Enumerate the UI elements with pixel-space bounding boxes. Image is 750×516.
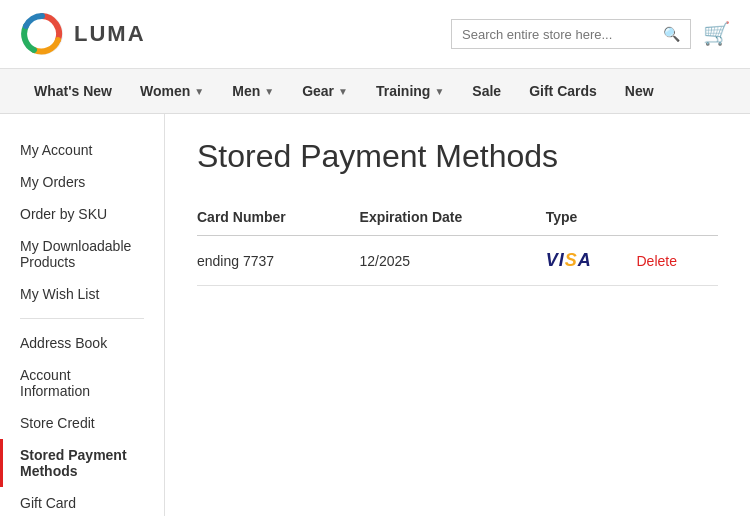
- nav-item-women[interactable]: Women ▼: [126, 69, 218, 113]
- page-title: Stored Payment Methods: [197, 138, 718, 175]
- sidebar-divider: [20, 318, 144, 319]
- table-header-row: Card Number Expiration Date Type: [197, 199, 718, 236]
- logo-area: LUMA: [20, 12, 146, 56]
- cart-icon[interactable]: 🛒: [703, 21, 730, 47]
- nav-item-gift-cards[interactable]: Gift Cards: [515, 69, 611, 113]
- col-header-card-number: Card Number: [197, 199, 360, 236]
- header: LUMA 🔍 🛒: [0, 0, 750, 69]
- nav-item-training[interactable]: Training ▼: [362, 69, 458, 113]
- sidebar-item-address-book[interactable]: Address Book: [0, 327, 164, 359]
- search-input[interactable]: [462, 27, 663, 42]
- sidebar-item-store-credit[interactable]: Store Credit: [0, 407, 164, 439]
- payment-table: Card Number Expiration Date Type ending …: [197, 199, 718, 286]
- action-cell: Delete: [636, 236, 718, 286]
- main-content: My Account My Orders Order by SKU My Dow…: [0, 114, 750, 516]
- sidebar-item-stored-payment-methods[interactable]: Stored Payment Methods: [0, 439, 164, 487]
- sidebar-item-gift-card[interactable]: Gift Card: [0, 487, 164, 516]
- logo-text: LUMA: [74, 21, 146, 47]
- expiration-date-cell: 12/2025: [360, 236, 546, 286]
- nav-item-sale[interactable]: Sale: [458, 69, 515, 113]
- sidebar: My Account My Orders Order by SKU My Dow…: [0, 114, 165, 516]
- nav-item-new[interactable]: New: [611, 69, 668, 113]
- card-number-cell: ending 7737: [197, 236, 360, 286]
- search-icon: 🔍: [663, 26, 680, 42]
- sidebar-item-downloadable-products[interactable]: My Downloadable Products: [0, 230, 164, 278]
- nav-item-whats-new[interactable]: What's New: [20, 69, 126, 113]
- nav-bar: What's New Women ▼ Men ▼ Gear ▼ Training…: [0, 69, 750, 114]
- sidebar-item-wish-list[interactable]: My Wish List: [0, 278, 164, 310]
- header-right: 🔍 🛒: [451, 19, 730, 49]
- logo-icon: [20, 12, 64, 56]
- search-bar[interactable]: 🔍: [451, 19, 691, 49]
- chevron-down-icon: ▼: [434, 86, 444, 97]
- sidebar-item-account-information[interactable]: Account Information: [0, 359, 164, 407]
- table-row: ending 7737 12/2025 VISA Delete: [197, 236, 718, 286]
- type-cell: VISA: [546, 236, 637, 286]
- col-header-expiration-date: Expiration Date: [360, 199, 546, 236]
- chevron-down-icon: ▼: [194, 86, 204, 97]
- page-body: Stored Payment Methods Card Number Expir…: [165, 114, 750, 516]
- chevron-down-icon: ▼: [338, 86, 348, 97]
- nav-item-gear[interactable]: Gear ▼: [288, 69, 362, 113]
- visa-logo: VISA: [546, 250, 592, 270]
- nav-item-men[interactable]: Men ▼: [218, 69, 288, 113]
- sidebar-item-order-by-sku[interactable]: Order by SKU: [0, 198, 164, 230]
- sidebar-item-my-account[interactable]: My Account: [0, 134, 164, 166]
- col-header-actions: [636, 199, 718, 236]
- col-header-type: Type: [546, 199, 637, 236]
- sidebar-item-my-orders[interactable]: My Orders: [0, 166, 164, 198]
- chevron-down-icon: ▼: [264, 86, 274, 97]
- delete-button[interactable]: Delete: [636, 253, 676, 269]
